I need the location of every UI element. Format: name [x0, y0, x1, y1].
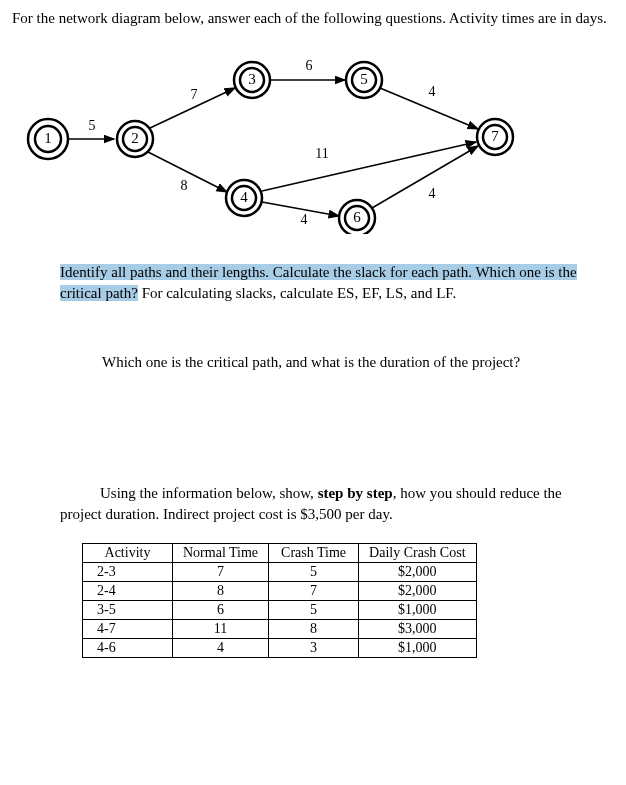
col-cost: Daily Crash Cost	[359, 544, 476, 563]
edge-4-7-label: 11	[315, 146, 328, 161]
table-row: 4-7 11 8 $3,000	[83, 620, 477, 639]
svg-line-7	[372, 146, 478, 208]
edge-2-3-label: 7	[191, 87, 198, 102]
node-5: 5	[346, 62, 382, 98]
edge-5-7-label: 4	[429, 84, 436, 99]
svg-text:1: 1	[44, 131, 52, 147]
table-row: 2-4 8 7 $2,000	[83, 582, 477, 601]
node-1: 1	[28, 119, 68, 159]
q3-lead: Using the information below, show,	[100, 485, 318, 501]
node-7: 7	[477, 119, 513, 155]
edge-2-4-label: 8	[181, 178, 188, 193]
edge-4-6-label: 4	[301, 212, 308, 227]
question-1: Identify all paths and their lengths. Ca…	[60, 262, 584, 304]
q1-rest: For calculating slacks, calculate ES, EF…	[138, 285, 456, 301]
crash-table: Activity Normal Time Crash Time Daily Cr…	[82, 543, 477, 658]
node-6: 6	[339, 200, 375, 234]
network-diagram: 5 7 8 6 4 11 4 4 1 2 3 4 5 6	[12, 44, 614, 234]
node-3: 3	[234, 62, 270, 98]
col-activity: Activity	[83, 544, 173, 563]
table-row: 3-5 6 5 $1,000	[83, 601, 477, 620]
svg-text:6: 6	[353, 210, 361, 226]
intro-text: For the network diagram below, answer ea…	[12, 8, 614, 28]
svg-text:2: 2	[131, 131, 139, 147]
svg-text:5: 5	[360, 72, 368, 88]
table-row: 4-6 4 3 $1,000	[83, 639, 477, 658]
col-normal: Normal Time	[173, 544, 269, 563]
table-row: 2-3 7 5 $2,000	[83, 563, 477, 582]
col-crash: Crash Time	[269, 544, 359, 563]
svg-line-2	[148, 152, 227, 192]
svg-text:4: 4	[240, 190, 248, 206]
q3-bold: step by step	[318, 485, 393, 501]
edge-1-2-label: 5	[89, 118, 96, 133]
svg-text:7: 7	[491, 129, 499, 145]
node-4: 4	[226, 180, 262, 216]
svg-text:3: 3	[248, 72, 256, 88]
node-2: 2	[117, 121, 153, 157]
question-2: Which one is the critical path, and what…	[102, 352, 584, 373]
edge-3-5-label: 6	[306, 58, 313, 73]
question-3: Using the information below, show, step …	[60, 483, 586, 525]
edge-6-7-label: 4	[429, 186, 436, 201]
